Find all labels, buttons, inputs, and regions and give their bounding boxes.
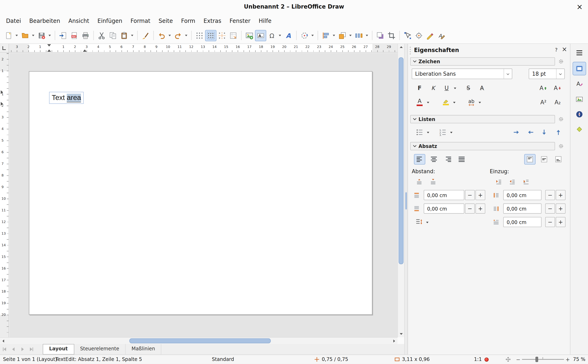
transformations-button[interactable] bbox=[299, 30, 310, 41]
status-zoom-percent[interactable]: 75 % bbox=[573, 357, 585, 362]
tab-layout[interactable]: Layout bbox=[43, 344, 74, 354]
menu-format[interactable]: Format bbox=[126, 16, 154, 26]
font-name-dropdown-button[interactable] bbox=[504, 69, 512, 79]
align-objects-dropdown[interactable] bbox=[331, 30, 337, 41]
tab-masslinien[interactable]: Maßlinien bbox=[126, 344, 161, 354]
hanging-indent-button[interactable] bbox=[522, 177, 531, 186]
sidebar-tab-styles[interactable]: A bbox=[573, 77, 586, 90]
scroll-right-button[interactable] bbox=[391, 338, 397, 344]
space-above-field[interactable]: 0,00 cm bbox=[424, 190, 464, 200]
indent-after-increase[interactable]: + bbox=[556, 203, 566, 214]
first-line-indent-decrease[interactable]: − bbox=[545, 217, 555, 227]
save-button[interactable] bbox=[36, 30, 47, 41]
zoom-slider[interactable] bbox=[522, 356, 564, 363]
insert-image-button[interactable] bbox=[244, 30, 255, 41]
menu-form[interactable]: Form bbox=[177, 16, 199, 26]
text-box[interactable]: Text area bbox=[49, 92, 84, 104]
space-below-decrease[interactable]: − bbox=[465, 203, 475, 214]
move-up-button[interactable] bbox=[553, 127, 564, 137]
demote-button[interactable] bbox=[511, 127, 522, 137]
sidebar-menu-button[interactable] bbox=[573, 46, 586, 59]
undo-button[interactable] bbox=[156, 30, 167, 41]
underline-dropdown[interactable] bbox=[452, 83, 457, 93]
paste-dropdown[interactable] bbox=[130, 30, 135, 41]
indent-after-decrease[interactable]: − bbox=[545, 203, 555, 214]
align-objects-button[interactable] bbox=[320, 30, 331, 41]
redact-button[interactable]: A bbox=[436, 30, 447, 41]
display-snap-guides-button[interactable] bbox=[216, 30, 228, 41]
ordered-list-button[interactable]: 1.2.3. bbox=[437, 127, 449, 137]
character-spacing-dropdown[interactable] bbox=[477, 97, 482, 108]
align-center-button[interactable] bbox=[428, 154, 440, 164]
character-spacing-button[interactable]: ab bbox=[466, 97, 477, 108]
vertical-scrollbar-thumb[interactable] bbox=[398, 57, 403, 264]
shrink-font-button[interactable]: A bbox=[552, 83, 563, 93]
text-run[interactable]: Text bbox=[52, 94, 67, 102]
indent-before-field[interactable]: 0,00 cm bbox=[503, 190, 542, 200]
menu-extras[interactable]: Extras bbox=[199, 16, 226, 26]
edit-points-button[interactable] bbox=[402, 30, 413, 41]
insert-text-box-button[interactable]: A bbox=[255, 30, 266, 41]
canvas-viewport[interactable]: Text area bbox=[9, 53, 397, 337]
underline-button[interactable]: U bbox=[441, 83, 452, 93]
menu-hilfe[interactable]: Hilfe bbox=[255, 16, 276, 26]
transformations-dropdown[interactable] bbox=[310, 30, 315, 41]
clone-formatting-button[interactable] bbox=[140, 30, 151, 41]
panel-close-button[interactable]: × bbox=[562, 45, 567, 53]
horizontal-scrollbar[interactable] bbox=[0, 337, 397, 344]
font-name-combobox[interactable]: Liberation Sans bbox=[412, 69, 512, 79]
crop-image-button[interactable] bbox=[386, 30, 397, 41]
menu-einfuegen[interactable]: Einfügen bbox=[93, 16, 126, 26]
helplines-while-moving-button[interactable] bbox=[228, 30, 239, 41]
superscript-button[interactable]: A² bbox=[538, 97, 549, 108]
status-scale[interactable]: 1:1 bbox=[474, 357, 482, 362]
paste-button[interactable] bbox=[119, 30, 130, 41]
redo-button[interactable] bbox=[172, 30, 184, 41]
show-draw-functions-button[interactable] bbox=[424, 30, 436, 41]
status-style[interactable]: Standard bbox=[212, 357, 234, 362]
line-spacing-dropdown[interactable] bbox=[424, 217, 430, 227]
redo-dropdown[interactable] bbox=[184, 30, 189, 41]
scroll-down-button[interactable] bbox=[398, 331, 405, 337]
save-dropdown[interactable] bbox=[47, 30, 52, 41]
move-down-button[interactable] bbox=[539, 127, 550, 137]
unordered-list-dropdown[interactable] bbox=[425, 127, 431, 137]
space-below-increase[interactable]: + bbox=[476, 203, 485, 214]
arrange-button[interactable] bbox=[337, 30, 348, 41]
sidebar-tab-properties[interactable] bbox=[573, 62, 586, 75]
scroll-up-button[interactable] bbox=[398, 44, 405, 51]
tab-stop-selector-icon[interactable] bbox=[1, 45, 7, 52]
distribute-dropdown[interactable] bbox=[364, 30, 369, 41]
print-button[interactable] bbox=[80, 30, 91, 41]
menu-fenster[interactable]: Fenster bbox=[225, 16, 255, 26]
italic-button[interactable]: K bbox=[428, 83, 439, 93]
right-indent-marker[interactable] bbox=[83, 49, 86, 52]
panel-help-button[interactable]: ? bbox=[555, 47, 558, 53]
undo-dropdown[interactable] bbox=[167, 30, 172, 41]
sidebar-tab-shapes[interactable] bbox=[573, 123, 586, 136]
decrease-indent-button[interactable] bbox=[508, 177, 517, 186]
align-vertical-center-button[interactable] bbox=[539, 154, 550, 164]
document-modified-indicator[interactable] bbox=[484, 358, 489, 362]
section-character-header[interactable]: Zeichen bbox=[410, 57, 555, 65]
indent-before-decrease[interactable]: − bbox=[545, 190, 555, 200]
font-size-dropdown-button[interactable] bbox=[556, 69, 564, 79]
decrease-spacing-button[interactable] bbox=[429, 177, 437, 186]
sidebar-tab-gallery[interactable] bbox=[573, 93, 586, 106]
zoom-in-button[interactable]: + bbox=[566, 357, 570, 362]
highlight-color-dropdown[interactable] bbox=[451, 97, 457, 108]
font-name-value[interactable]: Liberation Sans bbox=[412, 69, 504, 79]
left-indent-marker[interactable] bbox=[47, 49, 51, 52]
special-character-button[interactable]: Ω bbox=[266, 30, 277, 41]
toggle-shadow-button[interactable]: A bbox=[476, 83, 488, 93]
menu-ansicht[interactable]: Ansicht bbox=[64, 16, 93, 26]
tab-steuerelemente[interactable]: Steuerelemente bbox=[74, 344, 126, 354]
zoom-slider-thumb[interactable] bbox=[535, 357, 538, 362]
next-page-button[interactable] bbox=[18, 345, 27, 354]
paragraph-options-button[interactable] bbox=[557, 143, 565, 150]
lists-options-button[interactable] bbox=[557, 116, 565, 123]
zoom-out-button[interactable]: − bbox=[516, 357, 520, 362]
section-paragraph-header[interactable]: Absatz bbox=[410, 142, 555, 150]
menu-datei[interactable]: Datei bbox=[2, 16, 25, 26]
fontwork-button[interactable]: A bbox=[283, 30, 294, 41]
